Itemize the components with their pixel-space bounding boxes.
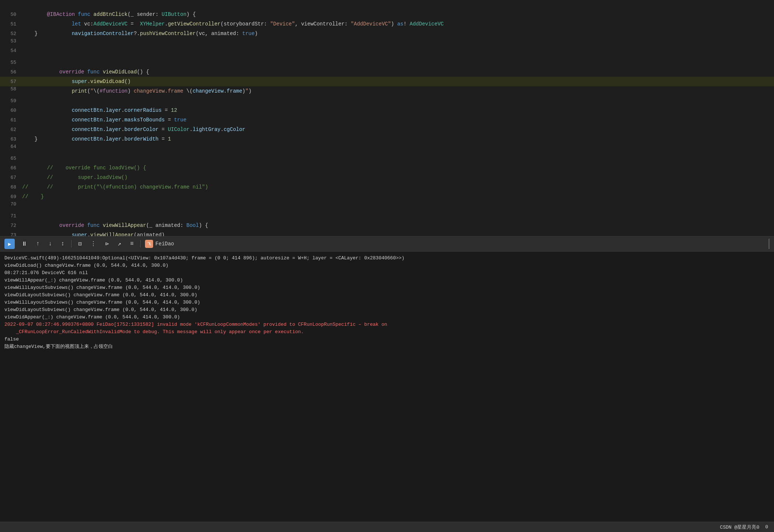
line-number-50: 50 xyxy=(0,12,22,17)
csdn-label: CSDN @星星月亮0 xyxy=(720,524,760,531)
debug-location-button[interactable]: ⊳ xyxy=(103,239,111,248)
code-line-54: 54 xyxy=(0,48,774,58)
memory-graph-icon: ≡ xyxy=(130,241,134,247)
line-number-69: 69 xyxy=(0,194,22,200)
play-button[interactable]: ▶ xyxy=(4,239,15,249)
toolbar-sep1 xyxy=(71,240,72,248)
line-number-53: 53 xyxy=(0,38,22,44)
code-content-68: // xyxy=(22,182,774,192)
code-line-61: 61 connectBtn.layer.borderColor = UIColo… xyxy=(0,115,774,125)
code-line-69: 69 // } xyxy=(0,192,774,201)
line-number-73: 73 xyxy=(0,232,22,236)
code-line-50: 50 let vc:AddDeviceVC = XYHelper.getView… xyxy=(0,10,774,19)
line-number-62: 62 xyxy=(0,127,22,132)
code-line-73: 73 print("\(#function) changeView.frame … xyxy=(0,230,774,236)
code-content-69: // } xyxy=(22,192,774,201)
pause-button[interactable]: ⏸ xyxy=(19,240,30,248)
line-number-63: 63 xyxy=(0,137,22,142)
line-number-58: 58 xyxy=(0,86,22,92)
console-line-2: viewDidLoad() changeView.frame (0.0, 544… xyxy=(4,262,770,269)
code-line-70: 70 xyxy=(0,201,774,211)
code-line-56: 56 super.viewDidLoad() xyxy=(0,67,774,77)
line-number-64: 64 xyxy=(0,144,22,149)
console-line-10: 2022-09-07 08:27:46.990376+0800 FeiDao[1… xyxy=(4,321,770,328)
pause-icon: ⏸ xyxy=(21,241,27,248)
view-hierarchies-button[interactable]: ↗ xyxy=(115,239,124,248)
step-over-button[interactable]: ↑ xyxy=(34,240,42,248)
code-line-53: 53 xyxy=(0,38,774,48)
right-edge-indicator xyxy=(768,239,770,249)
console-line-4: viewWillAppear(_:) changeView.frame (0.0… xyxy=(4,277,770,284)
step-out-icon: ↕ xyxy=(61,241,65,247)
toolbar-sep2 xyxy=(140,240,141,248)
breakpoint-toggle-button[interactable]: ⋮ xyxy=(88,239,99,248)
code-line-65: 65 // override func loadView() { xyxy=(0,153,774,163)
console-output: DeviceVC.swift(489)-1662510441049:Option… xyxy=(0,252,774,532)
code-content-73: print("\(#function) changeView.frame \(c… xyxy=(22,230,774,236)
code-line-51: 51 navigationController?.pushViewControl… xyxy=(0,19,774,29)
code-line-55: 55 override func viewDidLoad() { xyxy=(0,58,774,67)
feidao-label: FeiDao xyxy=(155,241,174,247)
code-line-62: 62 connectBtn.layer.borderWidth = 1 xyxy=(0,125,774,134)
line-number-65: 65 xyxy=(0,156,22,161)
line-number-71: 71 xyxy=(0,213,22,219)
zero-indicator: 0 xyxy=(765,524,768,530)
console-line-13: 隐藏changeView,要下面的视图顶上来，占领空白 xyxy=(4,343,770,350)
code-line-66: 66 // super.loadView() xyxy=(0,163,774,173)
status-bar: CSDN @星星月亮0 0 xyxy=(0,522,774,532)
code-line-64: 64 xyxy=(0,144,774,153)
code-line-63: 63 } xyxy=(0,134,774,144)
code-content-63: } xyxy=(22,134,774,144)
debug-toolbar: ▶ ⏸ ↑ ↓ ↕ ⊡ ⋮ ⊳ ↗ xyxy=(0,236,774,252)
line-number-59: 59 xyxy=(0,98,22,104)
console-line-6: viewDidLayoutSubviews() changeView.frame… xyxy=(4,291,770,299)
feidao-icon: 飞 xyxy=(145,240,153,248)
console-line-9: viewDidAppear(_:) changeView.frame (0.0,… xyxy=(4,314,770,321)
line-number-66: 66 xyxy=(0,165,22,171)
code-line-58: 58 xyxy=(0,86,774,96)
line-number-61: 61 xyxy=(0,117,22,123)
code-line-71: 71 override func viewWillAppear(_ animat… xyxy=(0,211,774,221)
console-line-3: 08:27:21.076 DeviceVC 616 nil xyxy=(4,269,770,277)
line-number-56: 56 xyxy=(0,69,22,75)
line-number-67: 67 xyxy=(0,175,22,180)
line-number-60: 60 xyxy=(0,108,22,113)
line-number-72: 72 xyxy=(0,223,22,228)
debug-location-icon: ⊳ xyxy=(105,240,109,248)
step-into-button[interactable]: ↓ xyxy=(46,240,55,248)
view-hierarchies-icon: ↗ xyxy=(118,240,121,248)
line-number-55: 55 xyxy=(0,60,22,65)
breakpoint-toggle-icon: ⋮ xyxy=(90,240,96,248)
feidao-badge: 飞 FeiDao xyxy=(145,240,174,248)
console-line-12: false xyxy=(4,336,770,343)
line-number-57: 57 xyxy=(0,79,22,84)
line-number-52: 52 xyxy=(0,31,22,37)
step-over-icon: ↑ xyxy=(36,241,40,247)
line-number-51: 51 xyxy=(0,21,22,27)
code-line-67: 67 // print("\(#function) changeView.fra… xyxy=(0,173,774,182)
status-right-group: CSDN @星星月亮0 0 xyxy=(720,524,768,531)
console-line-8: viewDidLayoutSubviews() changeView.frame… xyxy=(4,306,770,314)
code-line-59: 59 connectBtn.layer.cornerRadius = 12 xyxy=(0,96,774,106)
step-out-button[interactable]: ↕ xyxy=(59,240,67,248)
ide-container: @IBAction func addBtnClick(_ sender: UIB… xyxy=(0,0,774,532)
line-number-68: 68 xyxy=(0,184,22,190)
console-line-11: _CFRunLoopError_RunCalledWithInvalidMode… xyxy=(4,328,770,336)
console-line-5: viewWillLayoutSubviews() changeView.fram… xyxy=(4,284,770,291)
code-line-68: 68 // xyxy=(0,182,774,192)
code-line-57: 57 print("\(#function) changeView.frame … xyxy=(0,77,774,86)
console-line-1: DeviceVC.swift(489)-1662510441049:Option… xyxy=(4,255,770,262)
code-line-52: 52 } xyxy=(0,29,774,38)
continue-icon: ⊡ xyxy=(78,240,82,248)
continue-button[interactable]: ⊡ xyxy=(76,239,84,248)
code-editor: @IBAction func addBtnClick(_ sender: UIB… xyxy=(0,0,774,236)
line-number-54: 54 xyxy=(0,48,22,53)
play-icon: ▶ xyxy=(8,241,11,247)
line-number-70: 70 xyxy=(0,201,22,207)
code-line-decorator: @IBAction func addBtnClick(_ sender: UIB… xyxy=(0,0,774,10)
code-content-52: } xyxy=(22,29,774,38)
memory-graph-button[interactable]: ≡ xyxy=(128,240,136,248)
code-line-60: 60 connectBtn.layer.masksToBounds = true xyxy=(0,106,774,115)
code-line-72: 72 super.viewWillAppear(animated) xyxy=(0,221,774,230)
console-line-7: viewWillLayoutSubviews() changeView.fram… xyxy=(4,299,770,306)
